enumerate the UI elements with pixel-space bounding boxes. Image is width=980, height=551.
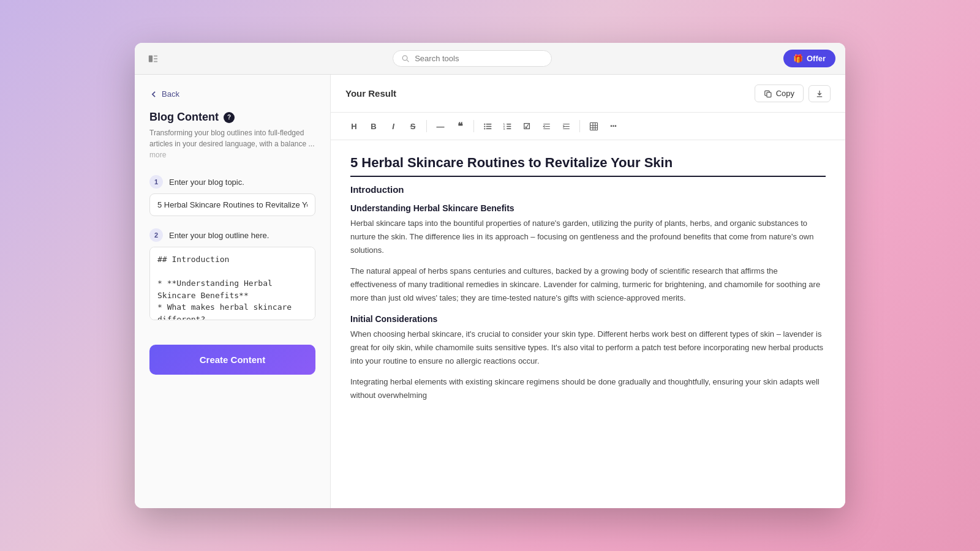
outdent-icon [542, 122, 551, 131]
svg-point-9 [484, 126, 485, 127]
browser-content: Back Blog Content ? Transforming your bl… [135, 75, 845, 508]
intro-section-title: Introduction [350, 184, 826, 195]
section-title: Blog Content ? [149, 111, 315, 124]
content-area[interactable]: 5 Herbal Skincare Routines to Revitalize… [331, 140, 845, 508]
search-input-wrap [393, 50, 552, 67]
svg-rect-25 [590, 122, 597, 130]
table-icon [589, 122, 598, 131]
back-label: Back [162, 89, 179, 99]
info-icon[interactable]: ? [224, 112, 235, 123]
svg-rect-18 [507, 128, 511, 129]
toolbar-divider-3 [579, 120, 580, 132]
create-content-button[interactable]: Create Content [149, 345, 315, 375]
blog-topic-input[interactable] [149, 193, 315, 216]
step-2-header: 2 Enter your blog outline here. [149, 228, 315, 242]
blog-content-title: Blog Content [149, 111, 219, 124]
step-1-label: Enter your blog topic. [169, 178, 244, 187]
section1-paragraph-2: The natural appeal of herbs spans centur… [350, 264, 826, 305]
svg-rect-16 [507, 124, 511, 125]
outdent-button[interactable] [538, 118, 555, 135]
step-1-header: 1 Enter your blog topic. [149, 175, 315, 189]
search-input[interactable] [415, 54, 543, 63]
italic-button[interactable]: I [385, 118, 402, 135]
more-options-button[interactable]: ··· [605, 118, 622, 135]
bold-button[interactable]: B [365, 118, 382, 135]
result-header: Your Result Copy [331, 75, 845, 113]
download-button[interactable] [809, 85, 831, 102]
svg-point-7 [484, 123, 485, 124]
svg-rect-8 [486, 124, 491, 125]
heading-button[interactable]: H [345, 118, 363, 135]
step-1-number: 1 [149, 175, 163, 189]
checklist-button[interactable]: ☑ [518, 118, 535, 135]
toolbar-divider-1 [426, 120, 427, 132]
svg-rect-0 [149, 55, 153, 62]
create-content-label: Create Content [200, 354, 266, 365]
bullet-list-icon [483, 122, 492, 131]
copy-label: Copy [776, 89, 794, 98]
section1-title: Understanding Herbal Skincare Benefits [350, 203, 826, 213]
svg-point-11 [484, 128, 485, 129]
offer-icon: 🎁 [793, 54, 803, 63]
toolbar-divider-2 [473, 120, 474, 132]
section1-paragraph-1: Herbal skincare taps into the bountiful … [350, 217, 826, 257]
indent-button[interactable] [557, 118, 575, 135]
svg-rect-2 [154, 58, 157, 59]
browser-window: 🎁 Offer Back Blog Content ? Transforming… [135, 43, 845, 508]
step-2-number: 2 [149, 228, 163, 242]
section-description: Transforming your blog outlines into ful… [149, 127, 315, 160]
copy-button[interactable]: Copy [755, 84, 804, 102]
svg-rect-3 [154, 61, 157, 62]
svg-rect-10 [486, 126, 491, 127]
right-panel: Your Result Copy [331, 75, 845, 508]
bullet-list-button[interactable] [479, 118, 496, 135]
step-2: 2 Enter your blog outline here. ## Intro… [149, 228, 315, 323]
svg-rect-1 [154, 55, 157, 56]
search-icon [402, 54, 410, 63]
sidebar-toggle-button[interactable] [145, 50, 162, 67]
step-2-label: Enter your blog outline here. [169, 231, 269, 240]
back-arrow-icon [149, 90, 158, 99]
content-main-title: 5 Herbal Skincare Routines to Revitalize… [350, 155, 826, 177]
ordered-list-button[interactable]: 1. 2. 3. [499, 118, 516, 135]
step-1: 1 Enter your blog topic. [149, 175, 315, 216]
more-link[interactable]: more [149, 151, 166, 159]
copy-icon [764, 89, 772, 98]
section2-paragraph-1: When choosing herbal skincare, it's cruc… [350, 328, 826, 368]
svg-point-4 [403, 55, 408, 60]
download-icon [815, 89, 824, 98]
divider-button[interactable]: — [432, 118, 449, 135]
ordered-list-icon: 1. 2. 3. [503, 122, 512, 131]
indent-icon [562, 122, 571, 131]
svg-rect-6 [767, 92, 771, 97]
svg-rect-12 [486, 128, 491, 129]
search-bar [169, 50, 776, 67]
result-title: Your Result [345, 88, 396, 99]
blockquote-button[interactable]: ❝ [451, 118, 469, 135]
section2-paragraph-2: Integrating herbal elements with existin… [350, 375, 826, 402]
offer-button[interactable]: 🎁 Offer [783, 50, 835, 67]
svg-text:3.: 3. [503, 127, 505, 130]
blog-outline-input[interactable]: ## Introduction * **Understanding Herbal… [149, 247, 315, 320]
offer-label: Offer [807, 54, 826, 63]
strikethrough-button[interactable]: S [404, 118, 421, 135]
table-button[interactable] [585, 118, 602, 135]
formatting-toolbar: H B I S — ❝ 1. 2. [331, 113, 845, 140]
browser-topbar: 🎁 Offer [135, 43, 845, 75]
left-panel: Back Blog Content ? Transforming your bl… [135, 75, 331, 508]
svg-rect-17 [507, 126, 511, 127]
svg-line-5 [407, 59, 409, 61]
section2-title: Initial Considerations [350, 314, 826, 324]
back-link[interactable]: Back [149, 89, 179, 99]
result-actions: Copy [755, 84, 831, 102]
